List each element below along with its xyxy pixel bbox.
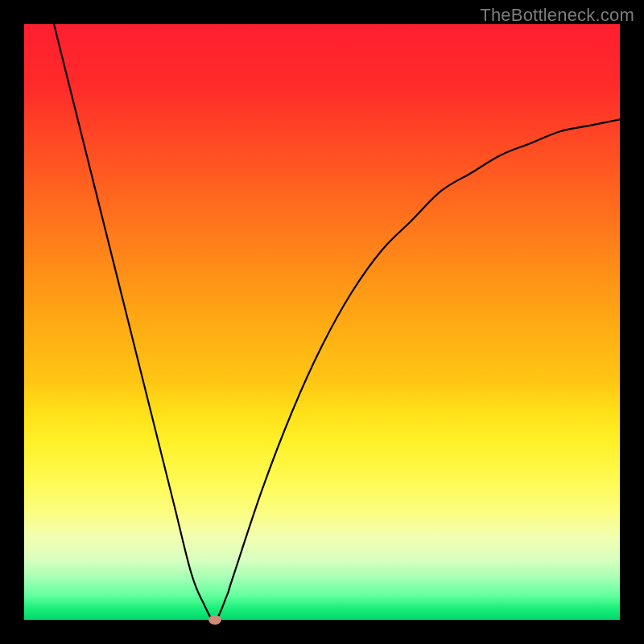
optimum-marker xyxy=(208,615,221,625)
bottleneck-curve xyxy=(24,24,620,620)
chart-frame: TheBottleneck.com xyxy=(0,0,644,644)
plot-area xyxy=(24,24,620,620)
attribution-text: TheBottleneck.com xyxy=(480,5,634,26)
curve-path xyxy=(54,24,620,620)
